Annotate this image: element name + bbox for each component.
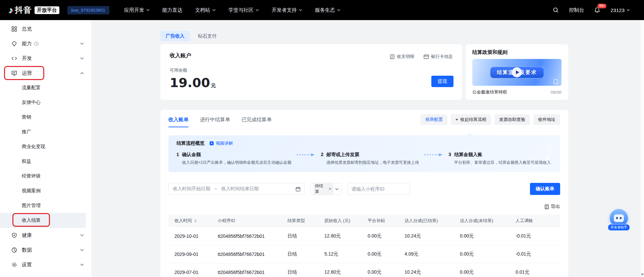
sidebar-item-capability[interactable]: 能力 bbox=[0, 36, 91, 51]
table-row[interactable]: 2029-10-01 tt204856f5bf76672b01 日结 12.80… bbox=[168, 227, 560, 245]
export-row: 导出 bbox=[168, 204, 560, 210]
nav-item-academy-community[interactable]: 学堂与社区 bbox=[228, 7, 259, 13]
sidebar-item-label: 推广 bbox=[22, 129, 31, 135]
settlement-status-select[interactable]: 待结算 ✕ bbox=[310, 183, 342, 195]
step-description: 收入日期+2日产出账单，确认明细和金额无误后主动确认金额 bbox=[182, 160, 291, 165]
chevron-down-icon bbox=[627, 9, 630, 11]
sidebar-item-operation[interactable]: 运营 bbox=[0, 66, 91, 80]
data-icon bbox=[11, 247, 17, 253]
developer-assistant-widget[interactable]: 开发者助手 bbox=[607, 209, 631, 231]
douyin-logo-icon: ♪ bbox=[9, 5, 13, 15]
miniapp-id-input[interactable] bbox=[347, 183, 410, 195]
bank-card-info-link[interactable]: 银行卡信息 bbox=[424, 54, 453, 60]
collapse-settlement-flow-button[interactable]: 收起结算流程 bbox=[451, 114, 491, 125]
nav-item-docs[interactable]: 文档站 bbox=[195, 7, 216, 13]
column-header-original-income: 原始收入 (元) bbox=[318, 218, 362, 224]
chevron-down-icon bbox=[335, 188, 339, 190]
sidebar-item-promotion[interactable]: 推广 bbox=[0, 125, 91, 139]
tab-ad-revenue[interactable]: 广告收入 bbox=[160, 31, 190, 41]
tax-rate-config-button[interactable]: 税率配置 bbox=[421, 114, 447, 125]
console-link[interactable]: 控制台 bbox=[569, 7, 584, 13]
nav-item-capability-direct[interactable]: 能力直达 bbox=[162, 7, 182, 13]
sidebar-item-settings[interactable]: 设置 bbox=[0, 257, 91, 272]
balance-row: 19.00 元 bbox=[170, 75, 453, 90]
date-separator: ~ bbox=[214, 186, 217, 192]
sidebar-item-image-management[interactable]: 图片管理 bbox=[0, 198, 91, 213]
income-date-range-picker[interactable]: 收入时间开始日期 ~ 收入时间结束日期 bbox=[168, 183, 305, 195]
settlement-video-thumbnail[interactable]: 结算流程及要求 bbox=[472, 59, 561, 86]
sidebar-item-feedback-center[interactable]: 反馈中心 bbox=[0, 95, 91, 110]
nav-item-app-development[interactable]: 应用开发 bbox=[124, 7, 150, 13]
play-icon[interactable] bbox=[512, 67, 522, 77]
sidebar-item-business-rating[interactable]: 经营评级 bbox=[0, 169, 91, 184]
flow-steps: 1 确认金额 收入日期+2日产出账单，确认明细和金额无误后主动确认金额 2 邮寄… bbox=[176, 151, 552, 165]
income-bill-table: 收入时间 小程序ID 结算类型 原始收入 (元) 平台补贴 达人分成(已结算) … bbox=[168, 214, 560, 277]
step-title: 确认金额 bbox=[182, 152, 201, 157]
remove-tag-icon[interactable]: ✕ bbox=[328, 187, 332, 191]
sidebar-item-label: 运营 bbox=[22, 70, 32, 76]
vertical-scrollbar[interactable] bbox=[640, 20, 644, 277]
sort-arrows-icon[interactable] bbox=[194, 219, 197, 223]
user-menu[interactable]: 23123 bbox=[610, 7, 630, 13]
nav-item-service-ecosystem[interactable]: 服务生态 bbox=[315, 7, 340, 13]
scroll-down-arrow-icon[interactable] bbox=[641, 274, 644, 276]
column-header-creator-share-unsettled: 达人分成(未结算) bbox=[454, 218, 509, 224]
cell-creator-share-unsettled: 0.00元 bbox=[454, 233, 509, 239]
sidebar-item-label: 经营评级 bbox=[22, 173, 41, 179]
nav-item-label: 应用开发 bbox=[124, 7, 144, 13]
dotted-arrow-icon bbox=[297, 153, 315, 156]
mailing-address-button[interactable]: 收件地址 bbox=[533, 114, 560, 125]
open-platform-badge: 开放平台 bbox=[35, 6, 59, 14]
flow-video-link[interactable]: 视频讲解 bbox=[209, 140, 233, 146]
link-label: 银行卡信息 bbox=[431, 54, 453, 60]
tab-diamond-payment[interactable]: 钻石支付 bbox=[193, 31, 222, 41]
cell-income-time: 2029-07-01 bbox=[168, 270, 212, 275]
tab-income-bill[interactable]: 收入账单 bbox=[168, 110, 189, 129]
income-bill-card: 收入账单 进行中结算单 已完成结算单 税率配置 收起结算流程 发票自助查验 收件… bbox=[160, 110, 568, 277]
cell-manual-adjustment: -0.01元 bbox=[509, 233, 560, 239]
income-account-card: 收入账户 收支明细 银行卡信息 可用余额 19.00 元 提现 bbox=[160, 44, 462, 100]
sidebar-item-monetization[interactable]: 商业化变现 bbox=[0, 139, 91, 154]
export-button[interactable]: 导出 bbox=[544, 204, 560, 210]
chevron-down-icon bbox=[256, 9, 259, 11]
chevron-down-icon bbox=[146, 9, 150, 11]
table-row[interactable]: 2029-09-01 tt204856f5bf76672b01 日结 5.12元… bbox=[168, 245, 560, 263]
chevron-down-icon bbox=[299, 9, 302, 11]
receipt-icon bbox=[390, 54, 395, 59]
sidebar-item-label: 营销 bbox=[22, 114, 31, 120]
nav-item-developer-support[interactable]: 开发者支持 bbox=[272, 7, 302, 13]
sidebar-item-income-settlement[interactable]: 收入结算 bbox=[0, 213, 91, 228]
cell-income-time: 2029-10-01 bbox=[168, 233, 212, 239]
sidebar-item-marketing[interactable]: 营销 bbox=[0, 110, 91, 125]
sidebar-item-development[interactable]: 开发 bbox=[0, 51, 91, 66]
sidebar-item-label: 图片管理 bbox=[22, 203, 41, 209]
column-header-income-time[interactable]: 收入时间 bbox=[168, 218, 212, 224]
withdraw-button[interactable]: 提现 bbox=[431, 76, 453, 87]
search-icon[interactable] bbox=[553, 7, 559, 13]
sidebar-item-overview[interactable]: 总览 bbox=[0, 21, 91, 36]
tab-in-progress-settlement[interactable]: 进行中结算单 bbox=[200, 110, 230, 129]
sidebar-item-label: 收入结算 bbox=[22, 217, 41, 223]
overview-icon bbox=[11, 26, 17, 32]
invoice-self-check-button[interactable]: 发票自助查验 bbox=[494, 114, 530, 125]
button-label: 收起结算流程 bbox=[460, 117, 486, 123]
account-links: 收支明细 银行卡信息 bbox=[390, 54, 453, 60]
tab-completed-settlement[interactable]: 已完成结算单 bbox=[241, 110, 272, 129]
navbar-right: 控制台 99+ 23123 bbox=[553, 7, 630, 13]
sidebar-item-video-cases[interactable]: 视频案例 bbox=[0, 184, 91, 198]
sidebar-item-traffic-config[interactable]: 流量配置 bbox=[0, 80, 91, 95]
confirm-bill-button[interactable]: 确认账单 bbox=[530, 183, 560, 195]
dotted-arrow-icon bbox=[424, 153, 443, 156]
table-row[interactable]: 2029-07-01 tt204856f5bf76672b01 日结 12.80… bbox=[168, 263, 560, 277]
sidebar-item-data[interactable]: 数据 bbox=[0, 243, 91, 257]
income-expense-detail-link[interactable]: 收支明细 bbox=[390, 54, 414, 60]
guild-settlement-privilege-link[interactable]: 公会极速结算特权 bbox=[472, 89, 507, 95]
cell-creator-share-unsettled: 0.00元 bbox=[454, 269, 509, 275]
bank-card-icon bbox=[424, 55, 429, 59]
export-document-icon bbox=[544, 204, 549, 209]
assistant-label: 开发者助手 bbox=[608, 224, 630, 231]
sidebar-item-benefits[interactable]: 权益 bbox=[0, 154, 91, 169]
step-title: 邮寄或上传发票 bbox=[326, 152, 359, 157]
notifications-button[interactable]: 99+ bbox=[594, 7, 600, 13]
sidebar-item-health[interactable]: 健康 bbox=[0, 228, 91, 243]
